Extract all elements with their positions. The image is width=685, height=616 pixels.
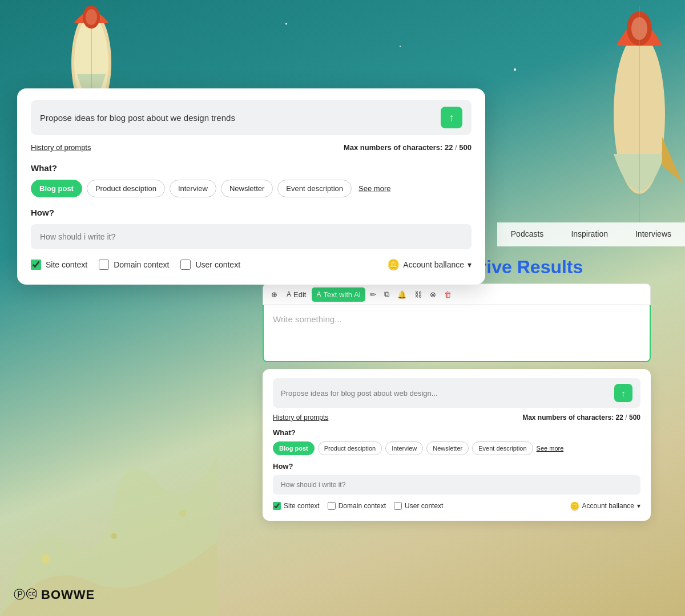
- mini-prompt-panel: ↑ History of prompts Max numbers of char…: [263, 369, 651, 521]
- context-options-row: Site context Domain context User context…: [31, 258, 472, 271]
- tab-inspiration[interactable]: Inspiration: [557, 222, 622, 246]
- editor-placeholder: Write something...: [273, 314, 342, 324]
- mini-chevron-down-icon: ▾: [637, 502, 640, 510]
- mini-see-more-link[interactable]: See more: [537, 445, 564, 452]
- mini-tag-interview[interactable]: Interview: [385, 441, 423, 455]
- main-meta-row: History of prompts Max numbers of charac…: [31, 143, 472, 152]
- main-submit-button[interactable]: ↑: [441, 107, 462, 128]
- tag-product-description[interactable]: Product desciption: [87, 180, 165, 197]
- tag-newsletter[interactable]: Newsletter: [221, 180, 273, 197]
- toolbar-edit-button[interactable]: A Edit: [282, 287, 311, 302]
- bowwe-logo-text: BOWWE: [41, 587, 95, 602]
- toolbar-pen-button[interactable]: ✏: [366, 287, 380, 302]
- main-input-row: ↑: [31, 100, 472, 135]
- tag-event-description[interactable]: Event description: [277, 180, 352, 197]
- mini-domain-context-checkbox[interactable]: Domain context: [328, 502, 386, 510]
- tab-interviews[interactable]: Interviews: [622, 222, 685, 246]
- star-1: [285, 23, 287, 25]
- coin-icon: 🪙: [387, 258, 400, 271]
- account-balance-label: Account ballance: [403, 260, 464, 269]
- mini-user-context-checkbox[interactable]: User context: [394, 502, 443, 510]
- mini-site-context-checkbox[interactable]: Site context: [273, 502, 320, 510]
- right-nav-tabs: Podcasts Inspiration Interviews: [497, 222, 685, 246]
- footer-copyright-icons: Ⓟ 🅭: [14, 587, 38, 602]
- ai-icon: A: [316, 290, 321, 298]
- see-more-link[interactable]: See more: [358, 184, 390, 193]
- mini-account-balance-dropdown[interactable]: 🪙 Account ballance ▾: [570, 501, 640, 510]
- editor-body[interactable]: Write something...: [263, 305, 651, 362]
- copyright-circle-icon: Ⓟ: [14, 587, 25, 602]
- main-prompt-input[interactable]: [40, 113, 441, 123]
- history-of-prompts-link[interactable]: History of prompts: [31, 143, 91, 152]
- main-prompt-panel: ↑ History of prompts Max numbers of char…: [17, 88, 485, 285]
- mini-meta-row: History of prompts Max numbers of charac…: [273, 414, 640, 422]
- tab-podcasts[interactable]: Podcasts: [497, 222, 558, 246]
- star-3: [514, 68, 516, 71]
- mini-tag-event-description[interactable]: Event description: [472, 441, 533, 455]
- user-context-checkbox[interactable]: User context: [180, 260, 240, 270]
- star-2: [400, 46, 401, 47]
- mini-history-link[interactable]: History of prompts: [273, 414, 328, 422]
- how-input[interactable]: [31, 224, 472, 249]
- mini-tag-blog-post[interactable]: Blog post: [273, 441, 315, 455]
- svg-point-11: [179, 510, 186, 517]
- how-label: How?: [31, 208, 472, 217]
- toolbar-copy-button[interactable]: ⧉: [381, 287, 393, 302]
- mini-submit-button[interactable]: ↑: [614, 384, 632, 402]
- mini-account-balance-label: Account ballance: [582, 502, 634, 510]
- domain-context-checkbox[interactable]: Domain context: [99, 260, 169, 270]
- char-count-display: Max numbers of characters: 22 / 500: [344, 143, 472, 152]
- tag-blog-post[interactable]: Blog post: [31, 180, 82, 197]
- content-type-tags: Blog post Product desciption Interview N…: [31, 180, 472, 197]
- toolbar-link-button[interactable]: ⛓: [411, 287, 425, 302]
- mini-content-type-tags: Blog post Product desciption Interview N…: [273, 441, 640, 455]
- svg-point-4: [86, 9, 97, 25]
- what-label: What?: [31, 163, 472, 173]
- toolbar-bell-button[interactable]: 🔔: [394, 287, 410, 302]
- toolbar-circle-x-button[interactable]: ⊗: [426, 287, 440, 302]
- mini-context-options-row: Site context Domain context User context…: [273, 501, 640, 510]
- rocket-right-icon: [594, 0, 685, 228]
- mini-input-row: ↑: [273, 378, 640, 408]
- editor-panel: Crafting Websites That Drive Results ⊕ A…: [263, 257, 651, 521]
- toolbar-text-with-ai-button[interactable]: A Text with AI: [312, 287, 365, 302]
- toolbar-add-button[interactable]: ⊕: [268, 287, 281, 302]
- edit-icon: A: [287, 290, 291, 298]
- terrain-map: [0, 399, 217, 616]
- site-context-checkbox[interactable]: Site context: [31, 260, 87, 270]
- mini-what-label: What?: [273, 428, 640, 437]
- mini-how-input[interactable]: [273, 475, 640, 495]
- mini-tag-product-description[interactable]: Product desciption: [318, 441, 382, 455]
- svg-point-9: [41, 554, 50, 564]
- toolbar-trash-button[interactable]: 🗑: [441, 287, 455, 302]
- svg-point-10: [111, 533, 117, 539]
- creative-commons-icon: 🅭: [26, 588, 38, 601]
- chevron-down-icon: ▾: [468, 260, 472, 269]
- account-balance-dropdown[interactable]: 🪙 Account ballance ▾: [387, 258, 472, 271]
- mini-char-count: Max numbers of characters: 22 / 500: [522, 414, 640, 422]
- mini-how-label: How?: [273, 462, 640, 471]
- mini-tag-newsletter[interactable]: Newsletter: [426, 441, 469, 455]
- bowwe-logo: Ⓟ 🅭 BOWWE: [14, 587, 95, 602]
- editor-toolbar: ⊕ A Edit A Text with AI ✏ ⧉ 🔔 ⛓ ⊗ 🗑: [263, 283, 651, 305]
- mini-coin-icon: 🪙: [570, 501, 579, 510]
- tag-interview[interactable]: Interview: [170, 180, 216, 197]
- mini-prompt-input[interactable]: [281, 389, 614, 398]
